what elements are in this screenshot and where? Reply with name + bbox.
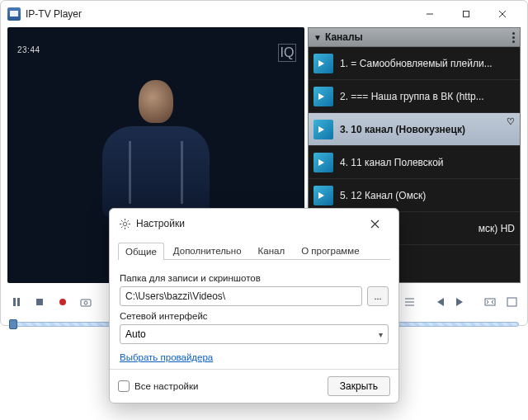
overlay-watermark: IQ xyxy=(278,44,296,62)
record-button[interactable] xyxy=(54,293,72,311)
video-frame-content xyxy=(102,80,210,220)
seek-thumb[interactable] xyxy=(9,319,17,329)
settings-footer: Все настройки Закрыть xyxy=(110,369,398,403)
settings-header: Настройки xyxy=(110,209,398,238)
svg-point-2 xyxy=(59,299,66,305)
minimize-button[interactable] xyxy=(412,2,448,26)
channel-item[interactable]: 1. = Самообновляемый плейли... xyxy=(309,47,520,80)
tab-advanced[interactable]: Дополнительно xyxy=(166,242,249,259)
app-icon xyxy=(7,7,21,21)
aspect-ratio-button[interactable] xyxy=(481,293,499,311)
channel-label: 4. 11 канал Полевской xyxy=(340,157,444,168)
settings-panel: Папка для записи и скриншотов ... Сетево… xyxy=(110,260,398,369)
maximize-button[interactable] xyxy=(448,2,484,26)
channel-label: 2. === Наша группа в ВК (http... xyxy=(340,91,484,102)
channel-item-selected[interactable]: 3. 10 канал (Новокузнецк) ♡ xyxy=(309,113,520,146)
chevron-down-icon: ▾ xyxy=(379,330,383,339)
channel-thumb-icon xyxy=(314,186,333,205)
record-path-label: Папка для записи и скриншотов xyxy=(120,273,389,283)
tab-channel[interactable]: Канал xyxy=(251,242,293,259)
svg-point-4 xyxy=(84,301,87,304)
channel-thumb-icon xyxy=(314,153,333,172)
screenshot-button[interactable] xyxy=(77,293,95,311)
channel-item[interactable]: 4. 11 канал Полевской xyxy=(309,146,520,179)
channel-thumb-icon xyxy=(314,54,333,73)
channel-label: мск) HD xyxy=(478,223,515,234)
channels-header-label: Каналы xyxy=(325,31,363,43)
channel-thumb-icon xyxy=(314,120,333,139)
gear-icon xyxy=(118,217,131,230)
net-iface-label: Сетевой интерфейс xyxy=(120,311,389,321)
channel-item[interactable]: 5. 12 Канал (Омск) xyxy=(309,179,520,212)
window-title: IP-TV Player xyxy=(26,8,82,20)
pause-button[interactable] xyxy=(7,293,26,311)
tab-general[interactable]: Общие xyxy=(118,243,164,260)
channel-label: 1. = Самообновляемый плейли... xyxy=(340,58,493,69)
favorite-icon[interactable]: ♡ xyxy=(507,116,515,127)
settings-tabs: Общие Дополнительно Канал О программе xyxy=(110,238,398,259)
svg-rect-8 xyxy=(507,298,516,306)
close-button[interactable]: Закрыть xyxy=(328,376,390,396)
titlebar: IP-TV Player xyxy=(1,1,527,27)
collapse-arrow-icon: ▼ xyxy=(314,33,322,42)
all-settings-label: Все настройки xyxy=(134,381,198,391)
tab-about[interactable]: О программе xyxy=(294,242,366,259)
svg-rect-3 xyxy=(81,300,91,306)
close-window-button[interactable] xyxy=(484,2,521,26)
channels-menu-icon[interactable] xyxy=(512,32,515,43)
channel-item[interactable]: 2. === Наша группа в ВК (http... xyxy=(309,80,520,113)
svg-point-9 xyxy=(123,222,126,225)
list-button[interactable] xyxy=(400,293,418,311)
fullscreen-button[interactable] xyxy=(502,293,521,311)
settings-dialog: Настройки Общие Дополнительно Канал О пр… xyxy=(109,208,399,403)
net-iface-value: Auto xyxy=(125,328,146,340)
settings-close-icon[interactable] xyxy=(370,219,390,229)
settings-title: Настройки xyxy=(136,218,185,229)
prev-channel-button[interactable] xyxy=(430,293,448,311)
browse-button[interactable]: ... xyxy=(367,286,389,306)
record-path-input[interactable] xyxy=(120,286,362,306)
net-iface-select[interactable]: Auto ▾ xyxy=(120,324,389,344)
overlay-timestamp: 23:44 xyxy=(17,45,40,54)
svg-rect-0 xyxy=(464,12,469,17)
svg-rect-7 xyxy=(485,299,495,305)
next-channel-button[interactable] xyxy=(451,293,469,311)
channels-header[interactable]: ▼ Каналы xyxy=(308,27,521,47)
window-controls xyxy=(412,2,521,26)
channel-thumb-icon xyxy=(314,87,333,106)
stop-button[interactable] xyxy=(31,293,49,311)
choose-provider-link[interactable]: Выбрать провайдера xyxy=(120,352,213,362)
all-settings-checkbox[interactable] xyxy=(118,380,130,392)
svg-rect-1 xyxy=(36,299,43,305)
channel-label: 5. 12 Канал (Омск) xyxy=(340,190,426,201)
channel-label: 3. 10 канал (Новокузнецк) xyxy=(340,124,465,135)
